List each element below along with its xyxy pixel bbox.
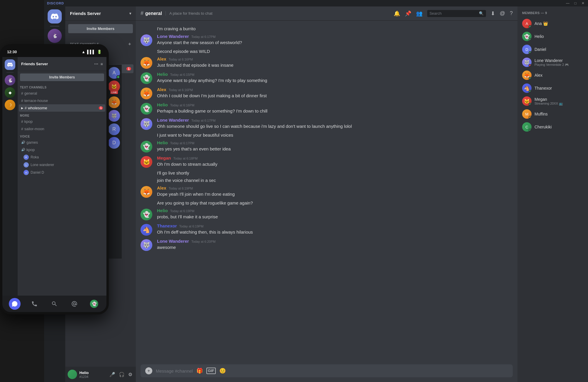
phone-channel-terrace-house[interactable]: # terrace-house bbox=[19, 97, 105, 104]
phone-channel-sidebar: Friends Server ⋯ ≡ Invite Members Text C… bbox=[18, 57, 106, 296]
channel-hash-icon: # bbox=[141, 10, 143, 16]
member-item-ana[interactable]: A Ana 👑 bbox=[520, 17, 586, 30]
phone-invite-button[interactable]: Invite Members bbox=[20, 73, 104, 81]
avatar: 🦊 bbox=[141, 57, 152, 69]
status-indicator bbox=[529, 103, 532, 106]
gift-icon[interactable]: 🎁 bbox=[196, 368, 203, 374]
message-content: Helio Today at 6:17PM yes yes yes that's… bbox=[157, 140, 513, 153]
member-item-megan[interactable]: 🐱 Megan Streaming 20XX 📺 bbox=[520, 95, 586, 108]
phone-channel-kpop[interactable]: # kpop bbox=[19, 118, 105, 125]
author-name: Alex bbox=[157, 87, 166, 92]
phone-menu-icon[interactable]: ≡ bbox=[101, 62, 103, 66]
member-item-cherukiki[interactable]: C Cherukiki bbox=[520, 120, 586, 133]
members-sidebar: MEMBERS — 9 A Ana 👑 👻 Helio D bbox=[517, 6, 588, 382]
settings-icon[interactable]: ⚙ bbox=[127, 371, 133, 378]
member-activity: Playing Vermintide 2 🎮 bbox=[534, 63, 569, 67]
member-item-lone-wanderer[interactable]: 🐺 Lone Wanderer Playing Vermintide 2 🎮 bbox=[520, 56, 586, 69]
timestamp: Today at 6:18PM bbox=[173, 157, 198, 160]
mic-icon[interactable]: 🎤 bbox=[108, 371, 116, 378]
search-box[interactable]: Search 🔍 bbox=[427, 10, 486, 17]
message-placeholder[interactable]: Message #channel bbox=[156, 368, 193, 373]
phone-more-icon[interactable]: ⋯ bbox=[94, 62, 98, 66]
phone-voice-games[interactable]: 🔊 games bbox=[19, 139, 105, 146]
timestamp: Today at 6:19PM bbox=[179, 224, 204, 228]
message-header: Helio Today at 6:15PM bbox=[157, 72, 513, 77]
phone-nav-profile[interactable]: 👻 bbox=[88, 298, 100, 310]
status-indicator bbox=[529, 64, 532, 67]
member-item-daniel[interactable]: D Daniel bbox=[520, 43, 586, 56]
phone-voice-kpop[interactable]: 🔊 kpop bbox=[19, 146, 105, 153]
message-text: Ohhh I could be down I'm just making a b… bbox=[157, 93, 513, 99]
channel-name: wholesome bbox=[28, 106, 47, 110]
header-icons: 🔔 📌 👥 Search 🔍 ⬇ @ ? bbox=[394, 10, 513, 17]
strip-avatar-live[interactable]: 🐱 bbox=[108, 81, 120, 92]
message-content: Alex Today at 6:16PM Just finished that … bbox=[157, 56, 513, 69]
minimize-button[interactable]: — bbox=[566, 1, 570, 5]
attach-file-button[interactable]: + bbox=[145, 367, 152, 374]
add-channel-icon[interactable]: + bbox=[128, 41, 131, 47]
timestamp: Today at 6:20PM bbox=[191, 240, 216, 243]
member-avatar: 🦊 bbox=[522, 71, 532, 80]
phone-server-icon-2[interactable]: ◆ bbox=[5, 87, 15, 98]
phone-voice-user-roka[interactable]: R Roka bbox=[18, 153, 106, 161]
strip-avatar-2[interactable]: 🦊 bbox=[108, 96, 120, 108]
message-content: Alex Today at 6:19PM Dope yeah I'll join… bbox=[157, 185, 513, 198]
download-icon[interactable]: ⬇ bbox=[491, 10, 495, 17]
maximize-button[interactable]: □ bbox=[573, 1, 577, 5]
phone-server-icon-3[interactable]: ☽ bbox=[5, 100, 15, 110]
close-button[interactable]: ✕ bbox=[581, 1, 585, 5]
message-content: Alex Today at 6:16PM Ohhh I could be dow… bbox=[157, 87, 513, 99]
avatar: 🐴 bbox=[141, 224, 152, 236]
pin-icon[interactable]: 📌 bbox=[405, 10, 411, 17]
phone-nav-chat[interactable] bbox=[9, 298, 21, 310]
home-server-icon[interactable] bbox=[48, 9, 62, 24]
voice-user-avatar: L bbox=[24, 162, 29, 167]
server-name-label: Friends Server bbox=[70, 11, 101, 16]
strip-live-container: 🐱 LIVE bbox=[108, 81, 120, 92]
phone-nav-calls[interactable] bbox=[29, 298, 40, 310]
inbox-icon[interactable]: @ bbox=[500, 10, 505, 16]
phone-server-list: 🐇 ◆ ☽ bbox=[2, 57, 18, 296]
message-header: Alex Today at 6:19PM bbox=[157, 185, 513, 190]
gif-icon[interactable]: GIF bbox=[206, 368, 216, 374]
server-icon-1[interactable]: 🐇 bbox=[48, 29, 62, 43]
bell-icon[interactable]: 🔔 bbox=[394, 10, 400, 17]
help-icon[interactable]: ? bbox=[510, 10, 513, 16]
phone-channel-wholesome[interactable]: ▶ # wholesome 1 bbox=[19, 104, 105, 112]
emoji-icon[interactable]: 😊 bbox=[219, 368, 226, 374]
phone-voice-user-lone[interactable]: L Lone wanderer bbox=[18, 161, 106, 169]
phone-voice-user-daniel[interactable]: D Daniel D bbox=[18, 169, 106, 176]
server-name-header[interactable]: Friends Server ▾ bbox=[65, 6, 136, 21]
member-item-helio[interactable]: 👻 Helio bbox=[520, 30, 586, 43]
message-text: Oh I'm deff watching then, this is alway… bbox=[157, 229, 513, 235]
phone-home-icon[interactable] bbox=[5, 59, 15, 70]
message-text: awesome bbox=[157, 244, 513, 250]
strip-avatar-1[interactable]: A bbox=[108, 67, 120, 79]
title-bar: DISCORD — □ ✕ bbox=[44, 0, 588, 6]
voice-channel-name: kpop bbox=[26, 148, 35, 152]
phone-channel-sailor-moon[interactable]: # sailor-moon bbox=[19, 125, 105, 133]
member-item-alex[interactable]: 🦊 Alex bbox=[520, 69, 586, 82]
status-indicator bbox=[529, 25, 532, 28]
phone-time: 12:30 bbox=[7, 50, 17, 54]
message-group-alex-1: 🦊 Alex Today at 6:16PM Just finished tha… bbox=[141, 55, 513, 70]
members-icon[interactable]: 👥 bbox=[416, 10, 422, 17]
message-continued: Second episode was WILD bbox=[141, 48, 513, 55]
phone-nav-search[interactable] bbox=[49, 298, 60, 310]
strip-avatar-5[interactable]: D bbox=[108, 137, 120, 149]
window-controls: — □ ✕ bbox=[566, 1, 585, 5]
timestamp: Today at 6:16PM bbox=[169, 88, 193, 92]
avatar: 🐺 bbox=[141, 118, 152, 130]
member-item-thanexor[interactable]: 🐴 Thanexor bbox=[520, 82, 586, 95]
phone-channel-general[interactable]: # general bbox=[19, 90, 105, 97]
phone-nav-mention[interactable] bbox=[69, 298, 80, 310]
strip-avatar-4[interactable]: R bbox=[108, 123, 120, 135]
strip-avatar-3[interactable]: 🐺 bbox=[108, 110, 120, 122]
headphone-icon[interactable]: 🎧 bbox=[118, 371, 126, 378]
invite-members-button[interactable]: Invite Members bbox=[68, 24, 133, 33]
phone-server-icon-1[interactable]: 🐇 bbox=[5, 75, 15, 86]
member-item-muffins[interactable]: M Muffins bbox=[520, 108, 586, 120]
server-dropdown-icon[interactable]: ▾ bbox=[129, 11, 131, 16]
message-input-box: + Message #channel 🎁 GIF 😊 bbox=[141, 364, 513, 377]
current-user-info: Helio #1234 bbox=[79, 371, 106, 378]
